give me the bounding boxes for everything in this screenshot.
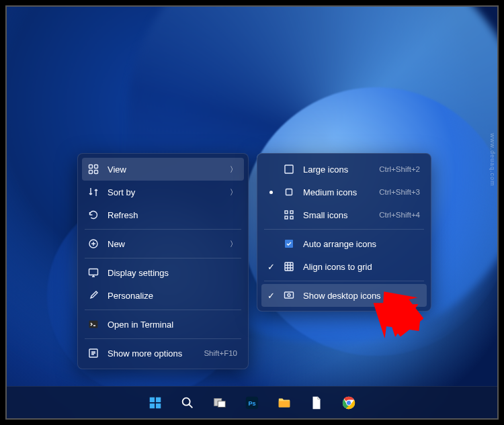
menu-shortcut: Shift+F10 xyxy=(204,349,237,357)
menu-item-personalize[interactable]: Personalize xyxy=(82,284,244,307)
svg-rect-30 xyxy=(279,401,290,407)
chevron-right-icon: 〉 xyxy=(228,239,237,249)
svg-rect-14 xyxy=(285,240,293,248)
display-icon xyxy=(87,267,99,279)
menu-label: Align icons to grid xyxy=(303,262,420,272)
brush-icon xyxy=(87,289,99,301)
svg-rect-23 xyxy=(150,403,155,408)
submenu-item-show-desktop-icons[interactable]: ✓ Show desktop icons xyxy=(261,284,427,307)
check-indicator: ✓ xyxy=(267,291,275,301)
arrange-icon xyxy=(283,238,295,250)
menu-shortcut: Ctrl+Shift+2 xyxy=(379,165,420,173)
menu-separator xyxy=(85,229,241,230)
grid-icon xyxy=(87,163,99,175)
menu-label: Show desktop icons xyxy=(303,291,420,301)
desktop-icon xyxy=(283,289,295,301)
menu-label: Open in Terminal xyxy=(108,320,237,330)
menu-label: Auto arrange icons xyxy=(303,239,420,249)
document-button[interactable] xyxy=(303,389,330,416)
watermark: www.deuaq.com xyxy=(489,133,496,186)
svg-rect-5 xyxy=(89,269,98,275)
taskview-button[interactable] xyxy=(206,389,233,416)
chevron-right-icon: 〉 xyxy=(228,187,237,197)
refresh-icon xyxy=(87,209,99,221)
svg-text:Ps: Ps xyxy=(248,399,255,406)
svg-rect-21 xyxy=(150,397,155,402)
submenu-item-medium-icons[interactable]: Medium icons Ctrl+Shift+3 xyxy=(261,181,427,203)
svg-rect-3 xyxy=(95,171,98,174)
svg-rect-10 xyxy=(285,211,288,214)
menu-separator xyxy=(85,310,241,310)
windows-icon xyxy=(148,395,163,410)
svg-rect-8 xyxy=(285,165,293,173)
menu-item-display-settings[interactable]: Display settings xyxy=(82,261,244,284)
menu-label: Display settings xyxy=(108,268,237,278)
menu-item-view[interactable]: View 〉 xyxy=(82,158,244,181)
menu-item-new[interactable]: New 〉 xyxy=(82,232,244,255)
menu-separator xyxy=(264,229,424,230)
svg-rect-16 xyxy=(285,292,294,298)
chrome-button[interactable] xyxy=(335,389,362,416)
check-indicator: ✓ xyxy=(267,262,275,272)
search-button[interactable] xyxy=(174,389,201,416)
svg-point-17 xyxy=(288,294,290,297)
align-icon xyxy=(283,261,295,273)
menu-label: View xyxy=(108,164,220,175)
medium-icon xyxy=(283,186,295,198)
menu-label: Show more options xyxy=(108,348,196,359)
menu-separator xyxy=(85,338,241,339)
menu-label: Medium icons xyxy=(303,187,371,197)
chrome-icon xyxy=(341,395,356,410)
photoshop-button[interactable]: Ps xyxy=(239,389,265,416)
menu-label: Large icons xyxy=(303,164,371,175)
taskview-icon xyxy=(212,395,227,410)
svg-rect-2 xyxy=(89,171,93,174)
svg-rect-24 xyxy=(156,403,161,408)
svg-rect-15 xyxy=(285,263,293,271)
taskbar: Ps xyxy=(7,386,497,418)
menu-shortcut: Ctrl+Shift+3 xyxy=(379,188,420,196)
svg-rect-1 xyxy=(95,165,98,169)
small-icon xyxy=(283,209,295,221)
chevron-right-icon: 〉 xyxy=(228,164,237,175)
svg-rect-9 xyxy=(286,189,292,195)
submenu-item-align-grid[interactable]: ✓ Align icons to grid xyxy=(261,255,427,278)
menu-label: Small icons xyxy=(303,210,371,220)
svg-rect-0 xyxy=(89,165,93,169)
more-icon xyxy=(87,347,99,359)
svg-rect-13 xyxy=(290,216,293,219)
menu-label: Sort by xyxy=(108,187,220,197)
menu-item-refresh[interactable]: Refresh xyxy=(82,203,244,226)
submenu-item-small-icons[interactable]: Small icons Ctrl+Shift+4 xyxy=(261,203,427,226)
large-icon xyxy=(283,163,295,175)
svg-rect-12 xyxy=(285,216,288,219)
desktop-context-menu: View 〉 Sort by 〉 Refresh New 〉 xyxy=(77,153,249,369)
photoshop-icon: Ps xyxy=(245,395,259,410)
menu-item-more-options[interactable]: Show more options Shift+F10 xyxy=(82,342,244,365)
svg-rect-27 xyxy=(218,401,225,407)
menu-separator xyxy=(264,281,424,281)
start-button[interactable] xyxy=(142,389,169,416)
menu-label: Personalize xyxy=(108,291,237,301)
svg-point-25 xyxy=(183,397,190,405)
sort-icon xyxy=(87,186,99,198)
page-icon xyxy=(309,395,324,410)
explorer-button[interactable] xyxy=(271,389,298,416)
svg-rect-11 xyxy=(290,211,293,214)
menu-shortcut: Ctrl+Shift+4 xyxy=(379,211,420,219)
menu-label: Refresh xyxy=(108,210,237,220)
menu-separator xyxy=(85,258,241,258)
svg-rect-22 xyxy=(156,397,161,402)
menu-item-terminal[interactable]: Open in Terminal xyxy=(82,313,244,336)
folder-icon xyxy=(277,395,292,410)
submenu-item-large-icons[interactable]: Large icons Ctrl+Shift+2 xyxy=(261,158,427,181)
menu-item-sort[interactable]: Sort by 〉 xyxy=(82,181,244,203)
svg-rect-6 xyxy=(89,321,98,328)
submenu-item-auto-arrange[interactable]: Auto arrange icons xyxy=(261,232,427,255)
plus-circle-icon xyxy=(87,238,99,250)
search-icon xyxy=(180,395,195,410)
radio-indicator xyxy=(267,191,275,194)
menu-label: New xyxy=(108,239,220,249)
terminal-icon xyxy=(87,318,99,330)
view-submenu: Large icons Ctrl+Shift+2 Medium icons Ct… xyxy=(257,153,431,312)
